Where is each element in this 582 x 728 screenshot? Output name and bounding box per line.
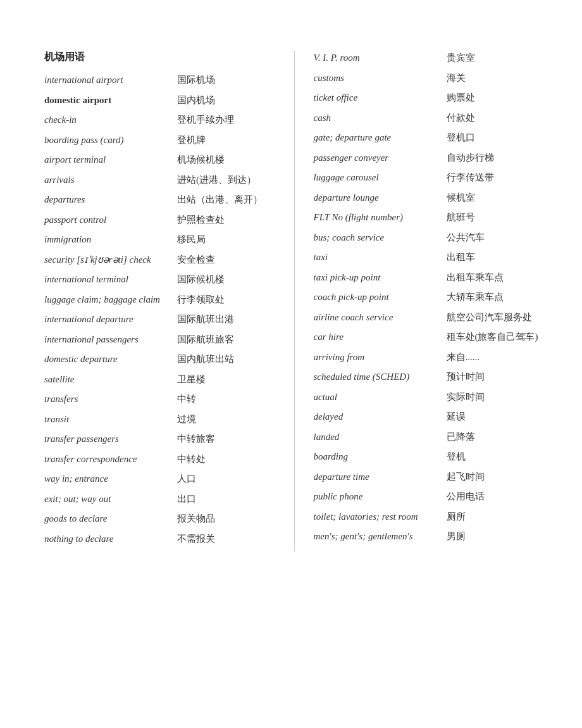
vocab-chinese: 起飞时间 — [447, 470, 485, 484]
vocab-english: arrivals — [44, 173, 177, 187]
vocab-english: gate; departure gate — [314, 130, 447, 145]
vocab-english: boarding pass (card) — [44, 133, 177, 147]
list-item: V. I. P. room贵宾室 — [314, 51, 545, 65]
vocab-english: airport terminal — [44, 153, 177, 167]
list-item: taxi pick-up point出租车乘车点 — [314, 270, 545, 285]
vocab-chinese: 移民局 — [177, 232, 206, 247]
list-item: goods to declare 报关物品 — [44, 511, 275, 526]
list-item: check-in登机手续办理 — [44, 113, 275, 127]
vocab-chinese: 行李领取处 — [177, 292, 225, 307]
vocab-chinese: 报关物品 — [177, 511, 215, 526]
list-item: boarding pass (card)登机牌 — [44, 133, 275, 147]
vocab-chinese: 出口 — [177, 492, 196, 506]
vocab-chinese: 海关 — [447, 71, 466, 85]
vocab-english: delayed — [314, 410, 447, 424]
vocab-chinese: 公用电话 — [447, 489, 485, 504]
list-item: airport terminal机场候机楼 — [44, 153, 275, 167]
vocab-english: departure lounge — [314, 191, 447, 205]
vocab-chinese: 预计时间 — [447, 370, 485, 384]
vocab-english: passenger conveyer — [314, 151, 447, 165]
vocab-chinese: 国际机场 — [177, 73, 215, 87]
vocab-chinese: 国内机场 — [177, 93, 215, 108]
vocab-english: public phone — [314, 489, 447, 504]
list-item: ticket office购票处 — [314, 91, 545, 105]
vocab-chinese: 厕所 — [447, 510, 466, 524]
section-title: 机场用语 — [44, 51, 275, 64]
vocab-chinese: 中转旅客 — [177, 432, 215, 446]
list-item: international airport国际机场 — [44, 73, 275, 87]
vocab-english: transfers — [44, 392, 177, 406]
vocab-chinese: 实际时间 — [447, 390, 485, 405]
list-item: way in; entrance 人口 — [44, 472, 275, 486]
list-item: toilet; lavatories; rest room 厕所 — [314, 510, 545, 524]
list-item: departure time起飞时间 — [314, 470, 545, 484]
vocab-chinese: 国际航班旅客 — [177, 332, 234, 347]
vocab-english: transfer correspondence — [44, 452, 177, 467]
vocab-english: way in; entrance — [44, 472, 177, 486]
vocab-english: coach pick-up point — [314, 290, 447, 304]
vocab-chinese: 出租车乘车点 — [447, 270, 504, 285]
vocab-english: departure time — [314, 470, 447, 484]
vocab-chinese: 付款处 — [447, 111, 475, 125]
list-item: luggage claim; baggage claim行李领取处 — [44, 292, 275, 307]
list-item: nothing to declare 不需报关 — [44, 532, 275, 546]
vocab-english: customs — [314, 71, 447, 85]
vocab-chinese: 安全检查 — [177, 253, 215, 267]
vocab-chinese: 护照检查处 — [177, 213, 225, 227]
list-item: departure lounge候机室 — [314, 191, 545, 205]
vocab-chinese: 中转 — [177, 392, 196, 406]
vocab-chinese: 行李传送带 — [447, 170, 494, 185]
vocab-chinese: 国际候机楼 — [177, 272, 225, 287]
list-item: boarding登机 — [314, 449, 545, 464]
vocab-english: toilet; lavatories; rest room — [314, 510, 447, 524]
list-item: delayed 延误 — [314, 410, 545, 424]
vocab-english: international passengers — [44, 332, 177, 347]
vocab-chinese: 登机牌 — [177, 133, 206, 147]
vocab-english: international airport — [44, 73, 177, 87]
list-item: bus; coach service公共汽车 — [314, 230, 545, 245]
vocab-chinese: 进站(进港、到达） — [177, 173, 256, 187]
vocab-chinese: 登机手续办理 — [177, 113, 234, 127]
list-item: domestic departure 国内航班出站 — [44, 352, 275, 367]
vocab-english: luggage carousel — [314, 170, 447, 185]
list-item: transfers中转 — [44, 392, 275, 406]
list-item: cash付款处 — [314, 111, 545, 125]
vocab-english: transfer passengers — [44, 432, 177, 446]
vocab-chinese: 航班号 — [447, 210, 475, 225]
vocab-chinese: 贵宾室 — [447, 51, 475, 65]
vocab-chinese: 卫星楼 — [177, 372, 206, 387]
vocab-chinese: 租车处(旅客自己驾车) — [447, 330, 538, 344]
vocab-chinese: 不需报关 — [177, 532, 215, 546]
vocab-english: ticket office — [314, 91, 447, 105]
vocab-english: goods to declare — [44, 511, 177, 526]
vocab-chinese: 延误 — [447, 410, 466, 424]
list-item: car hire 租车处(旅客自己驾车) — [314, 330, 545, 344]
list-item: satellite卫星楼 — [44, 372, 275, 387]
list-item: FLT No (flight number) 航班号 — [314, 210, 545, 225]
vocab-english: airline coach service — [314, 310, 447, 325]
list-item: public phone 公用电话 — [314, 489, 545, 504]
vocab-english: departures — [44, 192, 177, 207]
vocab-english: actual — [314, 390, 447, 405]
vocab-chinese: 航空公司汽车服务处 — [447, 310, 532, 325]
list-item: transfer passengers 中转旅客 — [44, 432, 275, 446]
left-column: 机场用语 international airport国际机场domestic a… — [44, 51, 295, 551]
vocab-english: exit; out; way out — [44, 492, 177, 506]
left-vocab-list: international airport国际机场domestic airpor… — [44, 73, 275, 551]
vocab-chinese: 已降落 — [447, 430, 475, 444]
vocab-chinese: 登机 — [447, 449, 466, 464]
vocab-english: luggage claim; baggage claim — [44, 292, 177, 307]
vocab-english: cash — [314, 111, 447, 125]
vocab-english: boarding — [314, 449, 447, 464]
vocab-english: check-in — [44, 113, 177, 127]
vocab-english: men's; gent's; gentlemen's — [314, 529, 447, 544]
list-item: international passengers国际航班旅客 — [44, 332, 275, 347]
vocab-english: taxi — [314, 250, 447, 265]
vocab-english: transit — [44, 412, 177, 427]
list-item: gate; departure gate登机口 — [314, 130, 545, 145]
vocab-english: immigration — [44, 232, 177, 247]
list-item: domestic airport国内机场 — [44, 93, 275, 108]
vocab-chinese: 过境 — [177, 412, 196, 427]
list-item: transit 过境 — [44, 412, 275, 427]
list-item: international terminal 国际候机楼 — [44, 272, 275, 287]
